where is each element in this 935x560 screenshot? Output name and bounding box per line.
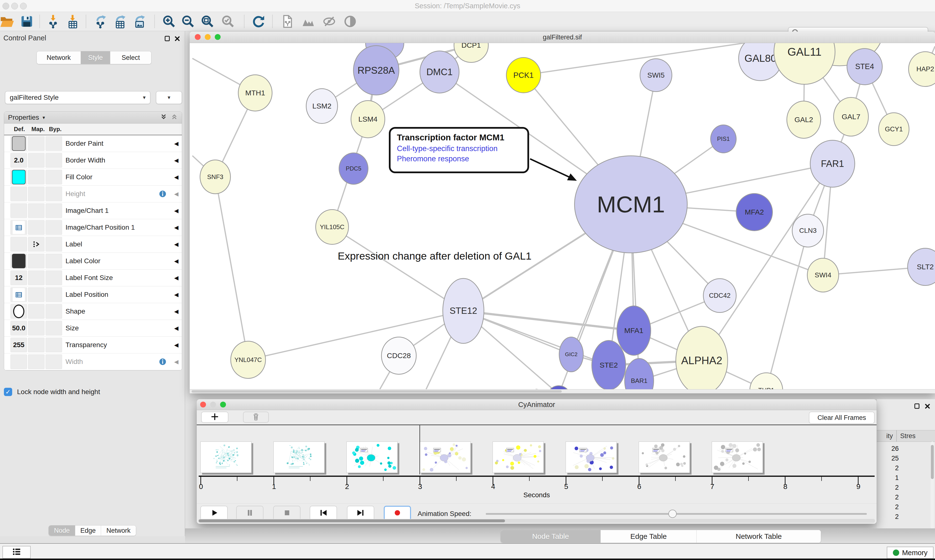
tab-network-table[interactable]: Network Table bbox=[697, 530, 821, 543]
expand-property-icon[interactable]: ◀ bbox=[174, 253, 179, 269]
frame-thumbnail-3[interactable] bbox=[420, 442, 471, 473]
network-node-gic2[interactable]: GIC2 bbox=[559, 337, 584, 372]
table-cell[interactable]: 1 bbox=[877, 474, 899, 482]
mapping-cell[interactable] bbox=[28, 203, 45, 218]
bypass-cell[interactable] bbox=[46, 153, 62, 168]
table-cell[interactable]: 2 bbox=[877, 513, 899, 521]
stop-button[interactable] bbox=[273, 506, 301, 521]
bypass-cell[interactable] bbox=[46, 237, 62, 252]
expand-property-icon[interactable]: ◀ bbox=[174, 320, 179, 337]
mapping-cell[interactable] bbox=[28, 287, 45, 302]
default-value-cell[interactable] bbox=[11, 304, 27, 319]
table-cell[interactable]: 2 bbox=[877, 503, 899, 511]
expand-property-icon[interactable]: ◀ bbox=[174, 152, 179, 169]
network-node-pck1[interactable]: PCK1 bbox=[506, 57, 541, 93]
network-hscrollbar[interactable] bbox=[190, 389, 935, 393]
network-node-ste12[interactable]: STE12 bbox=[443, 278, 484, 344]
frame-thumbnail-5[interactable] bbox=[566, 442, 617, 473]
property-row[interactable]: 12Label Font Size◀ bbox=[4, 269, 182, 286]
mapping-cell[interactable] bbox=[28, 354, 45, 369]
property-row[interactable]: Height◀ bbox=[4, 186, 182, 202]
memory-button[interactable]: Memory bbox=[887, 547, 933, 559]
skip-start-button[interactable] bbox=[310, 506, 337, 521]
refresh-button[interactable] bbox=[251, 15, 265, 29]
collapse-all-icon[interactable] bbox=[171, 113, 178, 122]
default-value-cell[interactable] bbox=[11, 220, 27, 235]
network-node-snf3[interactable]: SNF3 bbox=[200, 160, 231, 194]
open-folder-button[interactable] bbox=[0, 15, 14, 29]
mapping-cell[interactable] bbox=[28, 220, 45, 235]
snapshot-doc-button[interactable] bbox=[280, 15, 295, 29]
style-options-button[interactable]: ▾ bbox=[156, 91, 182, 104]
import-table-button[interactable] bbox=[65, 15, 80, 29]
network-node-lsm4[interactable]: LSM4 bbox=[350, 100, 385, 138]
frame-thumbnail-4[interactable] bbox=[492, 442, 544, 473]
property-row[interactable]: 50.0Size◀ bbox=[4, 320, 182, 337]
network-node-rps28a[interactable]: RPS28A bbox=[353, 45, 399, 95]
zoom-fit-button[interactable] bbox=[201, 15, 214, 29]
mapping-cell[interactable] bbox=[28, 237, 45, 252]
cyanimator-titlebar[interactable]: CyAnimator bbox=[197, 399, 876, 410]
info-icon[interactable] bbox=[159, 190, 167, 199]
network-node-ste4[interactable]: STE4 bbox=[847, 48, 883, 85]
float-panel-icon[interactable] bbox=[913, 403, 921, 410]
network-node-far1[interactable]: FAR1 bbox=[810, 140, 855, 188]
timeline-playhead[interactable] bbox=[420, 425, 420, 474]
default-value-cell[interactable]: 255 bbox=[11, 338, 27, 352]
float-panel-icon[interactable] bbox=[164, 35, 171, 42]
tab-node-table[interactable]: Node Table bbox=[501, 530, 601, 543]
property-row[interactable]: Fill Color◀ bbox=[4, 169, 182, 186]
table-vscrollbar[interactable] bbox=[930, 442, 934, 529]
bypass-cell[interactable] bbox=[46, 254, 62, 268]
expand-property-icon[interactable]: ◀ bbox=[174, 186, 179, 202]
expand-property-icon[interactable]: ◀ bbox=[174, 135, 179, 152]
frame-thumbnail-7[interactable] bbox=[712, 442, 763, 473]
default-value-cell[interactable] bbox=[11, 287, 27, 302]
network-node-swi5[interactable]: SWI5 bbox=[640, 58, 672, 92]
network-node-ynl047c[interactable]: YNL047C bbox=[230, 341, 266, 379]
expand-property-icon[interactable]: ◀ bbox=[174, 219, 179, 236]
bypass-cell[interactable] bbox=[46, 186, 62, 201]
property-row[interactable]: 2.0Border Width◀ bbox=[4, 152, 182, 169]
expand-property-icon[interactable]: ◀ bbox=[174, 169, 179, 185]
mapping-cell[interactable] bbox=[28, 321, 45, 335]
table-cell[interactable]: 2 bbox=[877, 465, 899, 472]
mapping-cell[interactable] bbox=[28, 170, 45, 185]
default-value-cell[interactable]: 12 bbox=[11, 271, 27, 285]
default-value-cell[interactable] bbox=[11, 136, 27, 151]
speed-slider-handle[interactable] bbox=[668, 510, 677, 518]
bypass-cell[interactable] bbox=[46, 170, 62, 185]
lock-checkbox[interactable]: ✓ bbox=[4, 388, 12, 396]
network-node-pis1[interactable]: PIS1 bbox=[710, 125, 736, 153]
clear-all-frames-button[interactable]: Clear All Frames bbox=[809, 412, 875, 424]
tab-edge[interactable]: Edge bbox=[75, 525, 101, 536]
default-value-cell[interactable] bbox=[11, 254, 27, 268]
default-value-cell[interactable] bbox=[11, 170, 27, 185]
frame-thumbnail-0[interactable] bbox=[201, 442, 251, 473]
animator-hscrollbar[interactable] bbox=[198, 519, 875, 523]
network-node-lsm2[interactable]: LSM2 bbox=[306, 88, 338, 124]
property-row[interactable]: Label◀ bbox=[4, 236, 182, 253]
network-node-mth1[interactable]: MTH1 bbox=[238, 74, 273, 111]
binoculars-button[interactable] bbox=[301, 15, 315, 29]
table-cell[interactable]: 25 bbox=[877, 455, 899, 462]
expand-property-icon[interactable]: ◀ bbox=[174, 303, 179, 320]
network-node-cln3[interactable]: CLN3 bbox=[792, 214, 824, 248]
delete-frame-button[interactable] bbox=[243, 412, 269, 423]
play-button[interactable] bbox=[201, 506, 228, 521]
tab-select[interactable]: Select bbox=[110, 51, 151, 64]
network-node-gal7[interactable]: GAL7 bbox=[833, 97, 869, 137]
property-row[interactable]: Border Paint◀ bbox=[4, 135, 182, 152]
lock-node-size-row[interactable]: ✓ Lock node width and height bbox=[4, 388, 100, 396]
mapping-cell[interactable] bbox=[28, 186, 45, 201]
export-network-button[interactable] bbox=[93, 15, 107, 29]
frame-thumbnail-2[interactable] bbox=[347, 442, 398, 473]
network-canvas[interactable]: DCP1RPS28ADMC1PCK1SWI5GAL80GAL11STE4HAP2… bbox=[190, 43, 935, 389]
expand-all-icon[interactable] bbox=[160, 113, 167, 122]
callout-link[interactable]: Pheromone response bbox=[397, 154, 521, 163]
network-node-dmc1[interactable]: DMC1 bbox=[420, 51, 460, 94]
network-node-ste2[interactable]: STE2 bbox=[591, 340, 626, 389]
tab-node[interactable]: Node bbox=[49, 525, 75, 536]
import-network-button[interactable] bbox=[46, 15, 60, 29]
bypass-cell[interactable] bbox=[46, 220, 62, 235]
